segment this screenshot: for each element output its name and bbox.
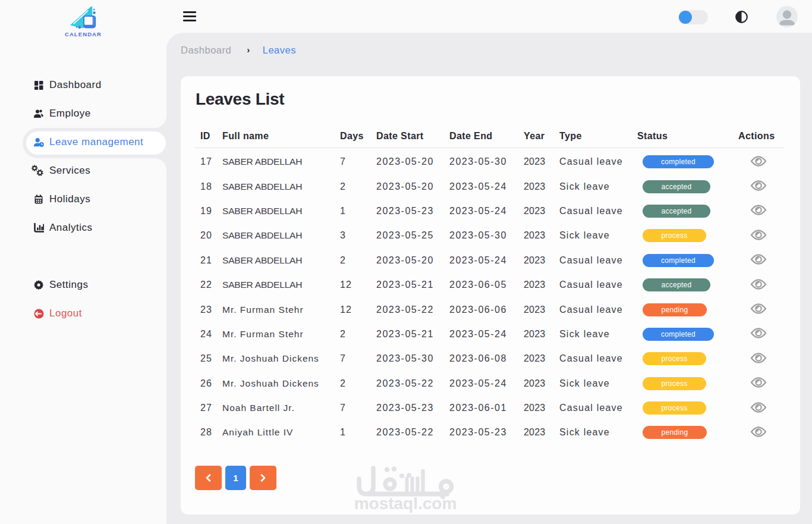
svg-text:mostaql.com: mostaql.com [354, 494, 457, 513]
